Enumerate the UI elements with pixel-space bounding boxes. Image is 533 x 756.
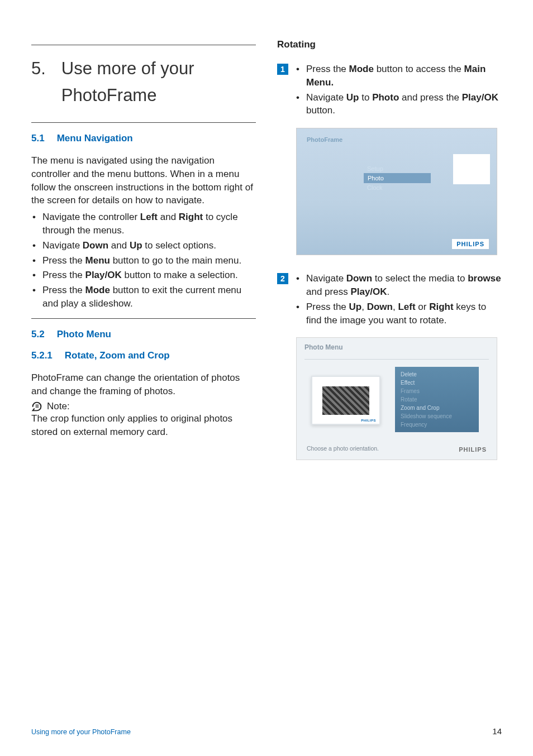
- section-5-2-1-heading: 5.2.1 Rotate, Zoom and Crop: [31, 350, 256, 361]
- ss2-menu-effect: Effect: [395, 379, 479, 387]
- ss2-menu-zoom-crop: Zoom and Crop: [395, 404, 479, 412]
- note-line: Note:: [31, 401, 256, 412]
- ss2-menu-frames: Frames: [395, 387, 479, 395]
- section-5-1-heading: 5.1 Menu Navigation: [31, 133, 256, 144]
- section-5-2-title: Photo Menu: [57, 329, 111, 340]
- ss2-title: Photo Menu: [304, 343, 489, 351]
- bullet-5-1-3: Press the Menu button to go to the main …: [31, 254, 256, 267]
- ss1-menu-setup: Setup: [364, 164, 431, 173]
- section-5-2-1-num: 5.2.1: [31, 350, 53, 361]
- section-5-1-title: Menu Navigation: [57, 133, 133, 144]
- chapter-title-l2: PhotoFrame: [61, 85, 157, 105]
- ss2-rule: [304, 359, 489, 360]
- ss2-menu-rotate: Rotate: [395, 395, 479, 404]
- note-label: Note:: [47, 401, 70, 412]
- ss2-menu-delete: Delete: [395, 370, 479, 379]
- footer-page-number: 14: [492, 726, 502, 736]
- step-1-bullets: Press the Mode button to access the Main…: [295, 63, 502, 119]
- step-1: 1 Press the Mode button to access the Ma…: [277, 63, 502, 119]
- note-body: The crop function only applies to origin…: [31, 412, 256, 439]
- ss2-thumbnail: PHILIPS: [311, 376, 380, 425]
- ss1-logo: PHILIPS: [452, 239, 489, 249]
- bullet-5-1-5: Press the Mode button to exit the curren…: [31, 284, 256, 310]
- rule-top-left: [31, 45, 256, 45]
- ss2-hint: Choose a photo orientation.: [307, 445, 379, 452]
- note-icon: [31, 401, 42, 412]
- chapter-title-l1: Use more of your: [61, 59, 194, 78]
- page-footer: Using more of your PhotoFrame 14: [31, 726, 502, 736]
- step-2-bullet-1: Navigate Down to select the media to bro…: [295, 272, 502, 299]
- chapter-title: Use more of your PhotoFrame: [61, 55, 256, 109]
- step-2-bullets: Navigate Down to select the media to bro…: [295, 272, 502, 328]
- section-5-1-num: 5.1: [31, 133, 45, 144]
- ss2-menu-slideshow: Slideshow sequence: [395, 412, 479, 420]
- section-5-2-num: 5.2: [31, 329, 45, 340]
- ss2-menu: Delete Effect Frames Rotate Zoom and Cro…: [395, 367, 479, 432]
- step-1-bullet-1: Press the Mode button to access the Main…: [295, 63, 502, 89]
- step-1-bullet-2: Navigate Up to Photo and press the Play/…: [295, 91, 502, 118]
- footer-section-title: Using more of your PhotoFrame: [31, 728, 131, 736]
- rule-5-1: [31, 122, 256, 123]
- step-2: 2 Navigate Down to select the media to b…: [277, 272, 502, 328]
- chapter-heading: 5. Use more of your PhotoFrame: [31, 55, 256, 109]
- step-2-marker: 2: [277, 273, 288, 284]
- ss1-menu-clock: Clock: [364, 183, 431, 192]
- bullet-5-1-4: Press the Play/OK button to make a selec…: [31, 269, 256, 282]
- ss2-thumbnail-image: [322, 386, 369, 414]
- rotating-heading: Rotating: [277, 39, 502, 50]
- step-2-bullet-2: Press the Up, Down, Left or Right keys t…: [295, 300, 502, 327]
- bullet-5-1-2: Navigate Down and Up to select options.: [31, 239, 256, 252]
- ss2-logo: PHILIPS: [459, 446, 487, 453]
- ss1-preview-pane: [453, 154, 490, 184]
- ss1-menu: Setup Photo Clock: [364, 164, 431, 192]
- rule-5-2: [31, 318, 256, 319]
- section-5-2-1-title: Rotate, Zoom and Crop: [65, 350, 170, 361]
- chapter-number: 5.: [31, 55, 46, 109]
- section-5-2-1-p1: PhotoFrame can change the orientation of…: [31, 371, 256, 398]
- ss2-menu-frequency: Frequency: [395, 420, 479, 429]
- section-5-2-heading: 5.2 Photo Menu: [31, 329, 256, 340]
- ss1-tab: PhotoFrame: [302, 134, 347, 145]
- ss1-menu-photo: Photo: [364, 173, 431, 183]
- screenshot-photo-menu: Photo Menu PHILIPS Delete Effect Frames …: [296, 337, 497, 460]
- section-5-1-bullets: Navigate the controller Left and Right t…: [31, 210, 256, 310]
- step-1-marker: 1: [277, 64, 288, 75]
- ss2-thumb-brand: PHILIPS: [360, 419, 377, 422]
- section-5-1-intro: The menu is navigated using the navigati…: [31, 154, 256, 207]
- screenshot-main-menu: PhotoFrame Setup Photo Clock PHILIPS: [296, 128, 497, 255]
- bullet-5-1-1: Navigate the controller Left and Right t…: [31, 210, 256, 237]
